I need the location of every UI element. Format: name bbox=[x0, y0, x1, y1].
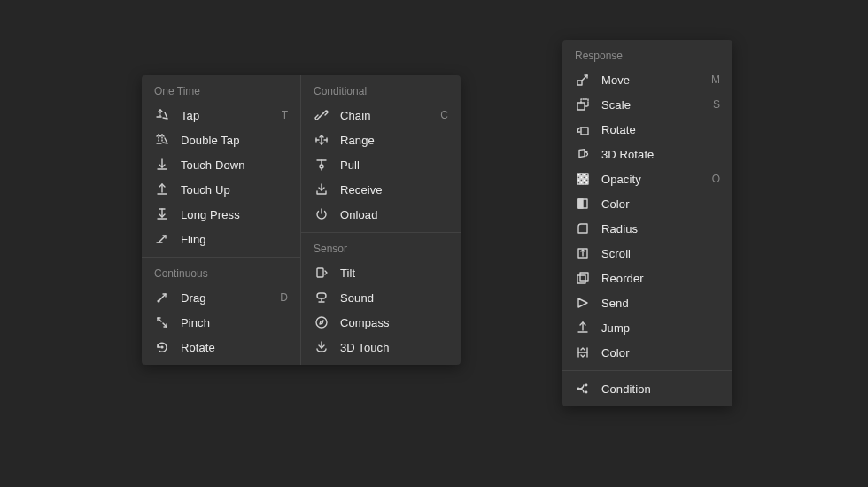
triggers-panel: One Time Tap T Double Tap bbox=[142, 75, 461, 365]
section-one-time: One Time Tap T Double Tap bbox=[142, 75, 300, 257]
section-header-sensor: Sensor bbox=[301, 233, 461, 260]
item-label: Fling bbox=[181, 233, 288, 246]
item-label: Chain bbox=[340, 109, 433, 122]
svg-rect-28 bbox=[577, 275, 585, 283]
item-shortcut: S bbox=[713, 98, 720, 111]
compass-icon bbox=[314, 314, 329, 330]
section-header-conditional: Conditional bbox=[301, 75, 461, 103]
pull-icon bbox=[314, 157, 329, 173]
one-time-items: Tap T Double Tap Touch Down bbox=[142, 103, 300, 257]
condition-icon bbox=[575, 381, 591, 397]
item-tap[interactable]: Tap T bbox=[142, 103, 300, 128]
rotate-trigger-icon bbox=[154, 339, 170, 355]
section-sensor: Sensor Tilt Sound bbox=[301, 232, 461, 365]
touch-up-icon bbox=[154, 182, 170, 197]
drag-icon bbox=[154, 290, 170, 305]
sound-icon bbox=[314, 290, 329, 305]
item-opacity[interactable]: Opacity O bbox=[562, 166, 732, 191]
item-3d-touch[interactable]: 3D Touch bbox=[301, 335, 461, 359]
item-label: Receive bbox=[340, 183, 448, 197]
response-items: Move M Scale S Rotate 3D Rot bbox=[562, 67, 732, 370]
item-label: Send bbox=[601, 297, 720, 310]
item-radius[interactable]: Radius bbox=[562, 216, 732, 241]
chain-icon bbox=[314, 107, 329, 123]
section-header-response: Response bbox=[562, 40, 732, 67]
item-pinch[interactable]: Pinch bbox=[142, 310, 300, 335]
item-move[interactable]: Move M bbox=[562, 67, 732, 92]
triggers-col-right: Conditional Chain C Range bbox=[301, 75, 461, 365]
item-label: Radius bbox=[601, 222, 720, 236]
triggers-col-left: One Time Tap T Double Tap bbox=[142, 75, 301, 365]
item-label: Color bbox=[601, 346, 720, 359]
svg-rect-29 bbox=[580, 273, 588, 281]
item-rotate[interactable]: Rotate bbox=[142, 335, 300, 359]
item-label: Double Tap bbox=[181, 134, 288, 147]
item-label: Compass bbox=[340, 316, 448, 329]
section-continuous: Continuous Drag D Pinch bbox=[142, 257, 300, 365]
item-label: Touch Down bbox=[181, 158, 288, 172]
section-response: Response Move M Scale S Rotate bbox=[562, 40, 732, 406]
item-3d-rotate[interactable]: 3D Rotate bbox=[562, 142, 732, 166]
conditional-items: Chain C Range Pull bbox=[301, 103, 461, 232]
item-label: 3D Rotate bbox=[601, 148, 720, 161]
item-label: Opacity bbox=[601, 173, 705, 186]
item-label: Color bbox=[601, 197, 720, 211]
item-scroll[interactable]: Scroll bbox=[562, 241, 732, 266]
double-tap-icon bbox=[154, 132, 170, 148]
item-receive[interactable]: Receive bbox=[301, 177, 461, 202]
receive-icon bbox=[314, 182, 329, 197]
item-tilt[interactable]: Tilt bbox=[301, 260, 461, 285]
item-shortcut: T bbox=[282, 109, 288, 121]
item-label: Tap bbox=[181, 109, 275, 122]
item-onload[interactable]: Onload bbox=[301, 202, 461, 227]
jump-icon bbox=[575, 320, 591, 336]
item-chain[interactable]: Chain C bbox=[301, 103, 461, 128]
item-pull[interactable]: Pull bbox=[301, 152, 461, 177]
item-touch-up[interactable]: Touch Up bbox=[142, 177, 300, 202]
3d-rotate-icon bbox=[575, 146, 591, 162]
item-label: Touch Up bbox=[181, 183, 288, 197]
item-range[interactable]: Range bbox=[301, 128, 461, 152]
item-label: Reorder bbox=[601, 272, 720, 285]
section-conditional: Conditional Chain C Range bbox=[301, 75, 461, 232]
item-sound[interactable]: Sound bbox=[301, 285, 461, 310]
item-label: Scale bbox=[601, 98, 706, 112]
item-rotate-response[interactable]: Rotate bbox=[562, 117, 732, 142]
item-drag[interactable]: Drag D bbox=[142, 285, 300, 310]
item-shortcut: M bbox=[711, 73, 720, 86]
touch-down-icon bbox=[154, 157, 170, 173]
svg-rect-5 bbox=[577, 81, 582, 85]
item-send[interactable]: Send bbox=[562, 290, 732, 315]
svg-rect-3 bbox=[317, 268, 323, 277]
item-fling[interactable]: Fling bbox=[142, 227, 300, 251]
scale-icon bbox=[575, 97, 591, 112]
rotate-response-icon bbox=[575, 121, 591, 137]
item-label: Sound bbox=[340, 291, 448, 305]
item-jump[interactable]: Jump bbox=[562, 315, 732, 340]
item-compass[interactable]: Compass bbox=[301, 310, 461, 335]
color2-icon bbox=[575, 344, 591, 360]
svg-point-31 bbox=[585, 384, 588, 387]
item-color2[interactable]: Color bbox=[562, 340, 732, 365]
pinch-icon bbox=[154, 314, 170, 330]
item-touch-down[interactable]: Touch Down bbox=[142, 152, 300, 177]
item-scale[interactable]: Scale S bbox=[562, 92, 732, 117]
svg-point-1 bbox=[160, 345, 163, 348]
item-long-press[interactable]: Long Press bbox=[142, 202, 300, 227]
item-condition[interactable]: Condition bbox=[562, 370, 732, 406]
item-double-tap[interactable]: Double Tap bbox=[142, 128, 300, 152]
item-color[interactable]: Color bbox=[562, 191, 732, 216]
range-icon bbox=[314, 132, 329, 148]
reorder-icon bbox=[575, 270, 591, 286]
scroll-icon bbox=[575, 245, 591, 261]
item-shortcut: D bbox=[280, 291, 288, 304]
radius-icon bbox=[575, 220, 591, 236]
svg-rect-8 bbox=[579, 150, 585, 158]
opacity-icon bbox=[575, 171, 591, 187]
svg-point-4 bbox=[316, 317, 327, 328]
item-label: 3D Touch bbox=[340, 341, 448, 354]
3d-touch-icon bbox=[314, 339, 329, 355]
item-reorder[interactable]: Reorder bbox=[562, 266, 732, 290]
sensor-items: Tilt Sound Compass bbox=[301, 260, 461, 365]
long-press-icon bbox=[154, 206, 170, 222]
